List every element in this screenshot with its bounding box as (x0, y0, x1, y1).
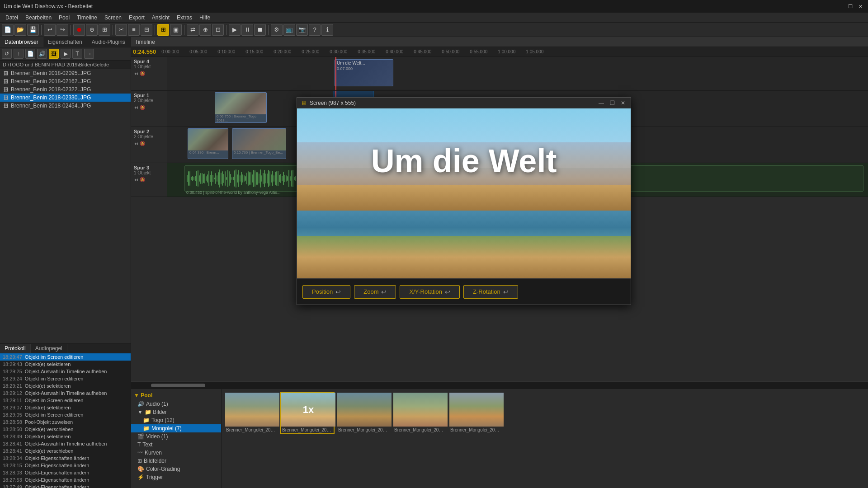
track-4-content[interactable]: Um die Welt... 0:07.000 (167, 57, 868, 90)
log-item[interactable]: 18:29:21Objekt(e) selektieren (0, 382, 131, 389)
grid-view-button[interactable]: ⊞ (157, 24, 169, 36)
menu-ansicht[interactable]: Ansicht (148, 14, 173, 22)
pause-button[interactable]: ⏸ (241, 24, 253, 36)
pool-bilder[interactable]: ▼ 📁 Bilder (131, 408, 221, 416)
thumb-5[interactable]: Brenner_Mongolei_2017... (448, 392, 503, 434)
info-button[interactable]: ℹ (321, 24, 333, 36)
log-item[interactable]: 18:28:34Objekt-Eigenschaften ändern (0, 455, 131, 462)
pool-colorgrading[interactable]: 🎨 Color-Grading (131, 465, 221, 473)
log-item[interactable]: 18:29:12Objekt-Auswahl in Timeline aufhe… (0, 389, 131, 397)
menu-extras[interactable]: Extras (173, 14, 196, 22)
thumb-3[interactable]: Brenner_Mongolei_2017-03195 (336, 392, 391, 434)
tool7[interactable]: ▣ (170, 24, 182, 36)
help-button[interactable]: ? (309, 24, 321, 36)
up-button[interactable]: ↑ (14, 49, 24, 59)
track3-mute-btn[interactable]: 🔕 (140, 177, 145, 182)
tab-audio-plugins[interactable]: Audio-Plugins (87, 37, 130, 47)
tool3[interactable]: ⊕ (86, 24, 98, 36)
img-btn[interactable]: 🖼 (49, 49, 59, 59)
zoom-button[interactable]: Zoom ↩ (354, 285, 396, 299)
settings-button[interactable]: ⚙ (271, 24, 283, 36)
new-button[interactable]: 📄 (2, 24, 14, 36)
menu-hilfe[interactable]: Hilfe (196, 14, 214, 22)
restore-button[interactable]: ❐ (846, 2, 854, 10)
file-item[interactable]: 🖼Brenner_Benin 2018-02454..JPG (0, 102, 131, 110)
record-button[interactable]: ⏺ (73, 24, 85, 36)
cut-tool[interactable]: ✂ (115, 24, 127, 36)
thumb-2[interactable]: 1x Brenner_Mongolei_2017-03123 (280, 392, 335, 434)
stop-button[interactable]: ⏹ (254, 24, 266, 36)
clip-togo2b[interactable]: 0:15.760 | Brenner_Togo_Be... (232, 128, 286, 159)
pool-text[interactable]: T Text (131, 441, 221, 449)
pool-video[interactable]: 🎬 Video (1) (131, 432, 221, 441)
tab-audiopegel[interactable]: Audiopegel (31, 344, 67, 353)
file-item[interactable]: 🖼Brenner_Benin 2018-02095..JPG (0, 69, 131, 77)
log-item[interactable]: 18:28:50Objekt(e) verschieben (0, 426, 131, 433)
tab-datenbrowser[interactable]: Datenbrowser (0, 37, 43, 47)
clip-togo1[interactable]: 0:06.750 | Brenner_Togo 2018... (215, 92, 267, 123)
thumb-4[interactable]: Brenner_Mongolei_2017-04531 (392, 392, 447, 434)
preview-minimize[interactable]: — (597, 99, 605, 107)
pool-bildfelder[interactable]: ⊞ Bildfelder (131, 457, 221, 465)
track2-prev-btn[interactable]: ⏮ (134, 141, 138, 146)
log-item[interactable]: 18:29:47Objekt im Screen editieren (0, 353, 131, 361)
menu-pool[interactable]: Pool (55, 14, 73, 22)
track1-prev-btn[interactable]: ⏮ (134, 105, 138, 110)
file-item[interactable]: 🖼Brenner_Benin 2018-02162..JPG (0, 77, 131, 85)
close-button[interactable]: ✕ (856, 2, 864, 10)
xy-rotation-button[interactable]: X/Y-Rotation ↩ (400, 285, 460, 299)
track2-mute-btn[interactable]: 🔕 (140, 141, 145, 146)
position-button[interactable]: Position ↩ (302, 285, 350, 299)
pool-mongolei[interactable]: 📁 Mongolei (7) (131, 424, 221, 432)
z-rotation-button[interactable]: Z-Rotation ↩ (463, 285, 518, 299)
log-item[interactable]: 18:28:15Objekt-Eigenschaften ändern (0, 462, 131, 469)
vid-btn[interactable]: ▶ (61, 49, 71, 59)
log-item[interactable]: 18:29:11Objekt im Screen editieren (0, 397, 131, 404)
tool5[interactable]: ≡ (128, 24, 140, 36)
clip-togo2a[interactable]: 0:04.390 | Brenn... (188, 128, 228, 159)
pool-kurven[interactable]: 〰 Kurven (131, 449, 221, 457)
preview-close[interactable]: ✕ (619, 99, 627, 107)
redo-button[interactable]: ↪ (57, 24, 68, 36)
tool6[interactable]: ⊟ (141, 24, 152, 36)
scroll-thumb[interactable] (151, 384, 205, 387)
file-item[interactable]: 🖼Brenner_Benin 2018-02322..JPG (0, 85, 131, 94)
text-btn[interactable]: T (72, 49, 82, 59)
timeline-scrollbar[interactable] (131, 381, 868, 389)
refresh-button[interactable]: ↺ (2, 49, 12, 59)
minimize-button[interactable]: — (836, 2, 844, 10)
tool9[interactable]: ⊕ (199, 24, 211, 36)
tab-eigenschaften[interactable]: Eigenschaften (43, 37, 87, 47)
log-item[interactable]: 18:28:49Objekt(e) selektieren (0, 433, 131, 440)
log-item[interactable]: 18:27:53Objekt-Eigenschaften ändern (0, 476, 131, 483)
menu-export[interactable]: Export (125, 14, 148, 22)
track3-prev-btn[interactable]: ⏮ (134, 177, 138, 182)
thumb-1[interactable]: Brenner_Mongolei_2017-04607 (224, 392, 278, 434)
tab-protokoll[interactable]: Protokoll (0, 344, 31, 353)
log-item[interactable]: 18:27:49Objekt-Eigenschaften ändern (0, 483, 131, 488)
menu-timeline[interactable]: Timeline (73, 14, 101, 22)
play-button[interactable]: ▶ (229, 24, 241, 36)
clip-title[interactable]: Um die Welt... 0:07.000 (335, 59, 393, 86)
track1-mute-btn[interactable]: 🔕 (140, 105, 145, 110)
menu-screen[interactable]: Screen (101, 14, 125, 22)
arrow-btn[interactable]: → (84, 49, 94, 59)
log-item[interactable]: 18:29:43Objekt(e) selektieren (0, 361, 131, 368)
tool10[interactable]: ⊡ (212, 24, 224, 36)
tool11[interactable]: 📺 (283, 24, 295, 36)
preview-restore[interactable]: ❐ (608, 99, 616, 107)
menu-bearbeiten[interactable]: Bearbeiten (22, 14, 55, 22)
save-button[interactable]: 💾 (27, 24, 39, 36)
open-button[interactable]: 📂 (14, 24, 26, 36)
log-item[interactable]: 18:28:03Objekt-Eigenschaften ändern (0, 469, 131, 476)
audio-btn[interactable]: 🔊 (37, 49, 47, 59)
pool-togo[interactable]: 📁 Togo (12) (131, 416, 221, 424)
log-item[interactable]: 18:29:07Objekt(e) selektieren (0, 404, 131, 411)
tool4[interactable]: ⊞ (99, 24, 110, 36)
log-item[interactable]: 18:28:58Pool-Objekt zuweisen (0, 418, 131, 426)
file-item-selected[interactable]: 🖼Brenner_Benin 2018-02330..JPG (0, 94, 131, 102)
log-item[interactable]: 18:29:05Objekt im Screen editieren (0, 411, 131, 418)
tool12[interactable]: 📷 (296, 24, 308, 36)
log-item[interactable]: 18:28:41Objekt(e) verschieben (0, 447, 131, 455)
menu-datei[interactable]: Datei (2, 14, 22, 22)
